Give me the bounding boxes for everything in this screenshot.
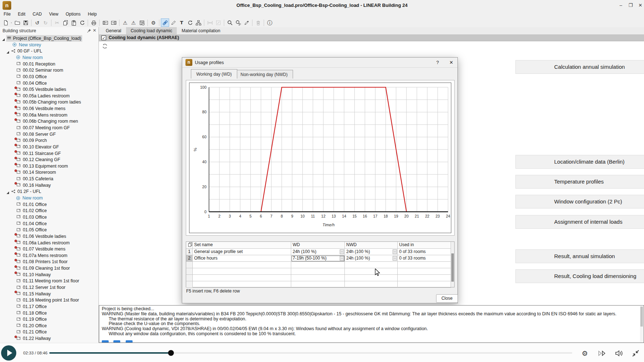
empty-cell[interactable]: [345, 281, 398, 288]
empty-cell[interactable]: [291, 262, 345, 268]
tree-item-00-16-hallway[interactable]: 00.16 Hallway: [0, 182, 99, 189]
tree-item-01-15-hallway[interactable]: 01.15 Hallway: [0, 291, 99, 297]
edit-icon[interactable]: [169, 18, 177, 27]
tree-item-00-07-meeting-room-gf[interactable]: 00.07 Meeting room GF: [0, 125, 99, 131]
picker-icon[interactable]: [242, 18, 251, 27]
tree-item-01-22-hallway[interactable]: 01.22 Hallway: [0, 335, 99, 342]
tree-item-new-room[interactable]: New room: [0, 195, 99, 201]
calculation-icon[interactable]: [138, 18, 146, 27]
menu-help[interactable]: Help: [84, 11, 101, 17]
tree-item-00-09-porch[interactable]: 00.09 Porch: [0, 137, 99, 144]
close-button[interactable]: ✕: [636, 1, 644, 9]
tab-material-compilation[interactable]: Material compilation: [177, 27, 225, 34]
empty-cell[interactable]: [186, 281, 193, 288]
menu-view[interactable]: View: [45, 11, 62, 17]
text-icon[interactable]: T: [177, 18, 186, 27]
structure-icon[interactable]: [194, 18, 202, 27]
tree-item-01-18-office[interactable]: 01.18 Office: [0, 310, 99, 316]
empty-cell[interactable]: [291, 281, 345, 288]
empty-cell[interactable]: [291, 268, 345, 275]
tree-item-01-12-server-1st-floor[interactable]: 01.12 Server 1st floor: [0, 284, 99, 291]
cooling-load-checkbox[interactable]: ✓: [101, 35, 106, 40]
tab-non-working-day[interactable]: Non-working day (NWD): [235, 70, 293, 79]
tree-item-01-16-meeting-point-1st-floor[interactable]: 01.16 Meeting point 1st floor: [0, 297, 99, 303]
expander-icon[interactable]: [7, 191, 9, 194]
assignment-of-internal-loads-button[interactable]: Assignment of internal loads: [515, 215, 644, 229]
empty-cell[interactable]: [398, 262, 451, 268]
print-icon[interactable]: [89, 18, 98, 27]
tree-item-00-05a-ladies-restroom[interactable]: 00.05a Ladies restroom: [0, 93, 99, 99]
empty-cell[interactable]: [186, 268, 193, 275]
tree-item-01-09-cleaning-1st-floor[interactable]: 01.09 Cleaning 1st floor: [0, 265, 99, 272]
empty-cell[interactable]: [193, 275, 291, 281]
settings-icon[interactable]: ⚙: [149, 18, 158, 27]
result-cooling-load-dimensioning-button[interactable]: Result, Cooling load dimensioning: [515, 269, 644, 283]
tree-item-00-03-office[interactable]: 00.03 Office: [0, 73, 99, 80]
panel-close-icon[interactable]: ✕: [93, 28, 96, 33]
seek-bar[interactable]: [49, 352, 572, 354]
tree-item-00-13-equipment-room[interactable]: 00.13 Equipment room: [0, 163, 99, 169]
expander-icon[interactable]: [7, 51, 9, 54]
cell-nwd[interactable]: 24h (100 %)··: [345, 255, 398, 262]
tree-item-01-19-office[interactable]: 01.19 Office: [0, 316, 99, 323]
paste-icon[interactable]: [70, 18, 78, 27]
tree-item-01-08-printers-1st-floor[interactable]: 01.08 Printers 1st floor: [0, 258, 99, 265]
dialog-close-icon[interactable]: ✕: [446, 59, 457, 67]
volume-icon[interactable]: [615, 349, 623, 357]
tree-item-01-06a-ladies-restroom[interactable]: 01.06a Ladies restroom: [0, 240, 99, 246]
tab-general[interactable]: General: [101, 27, 126, 34]
result-annual-simulation-button[interactable]: Result, annual simulation: [515, 249, 644, 263]
tree-item-00-06-vestibule-mens[interactable]: 00.06 Vestibule mens: [0, 105, 99, 112]
tree-item-01-20-office[interactable]: 01.20 Office: [0, 323, 99, 329]
empty-cell[interactable]: [193, 281, 291, 288]
empty-cell[interactable]: [345, 262, 398, 268]
menu-options[interactable]: Options: [62, 11, 84, 17]
zoom-edit-icon[interactable]: [234, 18, 242, 27]
tree-item-01-17-office[interactable]: 01.17 Office: [0, 303, 99, 310]
profile-editor-button[interactable]: ··: [340, 249, 344, 254]
temperature-profiles-button[interactable]: Temperature profiles: [515, 175, 644, 189]
tree-item-00-05-vestibule-ladies[interactable]: 00.05 Vestibule ladies: [0, 86, 99, 93]
tree-item-00-05b-changing-room-ladies[interactable]: 00.05b Changing room ladies: [0, 99, 99, 105]
link-icon[interactable]: [161, 18, 169, 27]
save-icon[interactable]: [21, 18, 30, 27]
cell-used-in[interactable]: 0 of 33 rooms: [398, 249, 451, 255]
menu-cad[interactable]: CAD: [29, 11, 45, 17]
minimize-button[interactable]: –: [616, 1, 626, 9]
dock-left-icon[interactable]: [101, 18, 109, 27]
profile-editor-button[interactable]: ··: [393, 249, 397, 254]
expander-icon[interactable]: [2, 38, 5, 41]
warnings-icon[interactable]: ⚠: [121, 18, 129, 27]
tree-item-01-11-meeting-room-1st-floor[interactable]: 01.11 Meeting room 1st floor: [0, 278, 99, 284]
tree-item-01-03-office[interactable]: 01.03 Office: [0, 214, 99, 220]
redo-icon[interactable]: ↻: [41, 18, 50, 27]
tree-item-01-10-hallway[interactable]: 01.10 Hallway: [0, 272, 99, 278]
collapse-icon[interactable]: [632, 349, 640, 357]
profile-editor-button[interactable]: ··: [340, 256, 344, 261]
settings-icon[interactable]: ⚙: [582, 349, 590, 357]
zoom-icon[interactable]: [226, 18, 234, 27]
cell-nwd[interactable]: 24h (100 %)··: [345, 249, 398, 255]
cell-wd[interactable]: 24h (100 %)··: [291, 249, 345, 255]
tree-item-01-01-office[interactable]: 01.01 Office: [0, 201, 99, 208]
row-number[interactable]: 2: [186, 255, 193, 262]
tree-item-00-04-office[interactable]: 00.04 Office: [0, 80, 99, 87]
tree-item-01-2f-ufl[interactable]: 01 2F - UFL: [0, 188, 99, 195]
menu-file[interactable]: File: [0, 11, 14, 17]
tree-item-00-06b-changing-room-men[interactable]: 00.06b Changing room men: [0, 118, 99, 125]
open-icon[interactable]: [13, 18, 21, 27]
tree-item-01-07-vestibule-mens[interactable]: 01.07 Vestibule mens: [0, 246, 99, 252]
empty-cell[interactable]: [398, 275, 451, 281]
info-icon[interactable]: ⓘ: [265, 18, 274, 27]
tab-cooling-load-dynamic[interactable]: Cooling load dynamic: [126, 27, 177, 34]
frame-icon[interactable]: [214, 18, 222, 27]
dialog-help-button[interactable]: ?: [432, 59, 443, 67]
tree-item-01-05-office[interactable]: 01.05 Office: [0, 227, 99, 233]
tree-item-01-07a-mens-restroom[interactable]: 01.07a Mens restroom: [0, 252, 99, 259]
table-scrollbar[interactable]: [451, 242, 454, 287]
tree-item-00-01-reception[interactable]: 00.01 Reception: [0, 61, 99, 67]
new-file-dropdown-icon[interactable]: [10, 18, 13, 27]
tree-item-new-room[interactable]: New room: [0, 54, 99, 61]
restore-button[interactable]: ❐: [626, 1, 635, 9]
empty-cell[interactable]: [345, 268, 398, 275]
